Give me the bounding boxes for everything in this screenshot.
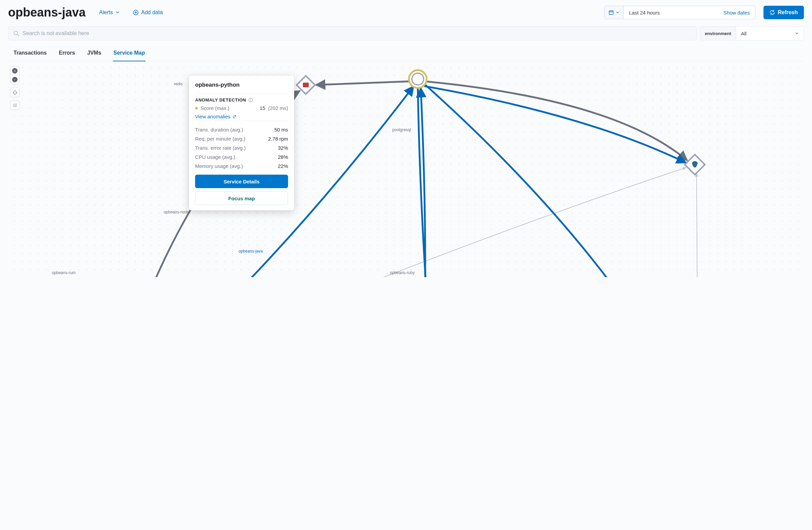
view-anomalies-link[interactable]: View anomalies	[195, 114, 236, 119]
refresh-icon	[770, 10, 775, 15]
chevron-down-icon	[795, 31, 799, 36]
chevron-down-icon	[116, 11, 120, 14]
tab-errors[interactable]: Errors	[58, 46, 76, 61]
metric-row: CPU usage (avg.)28%	[195, 152, 288, 162]
tabs: Transactions Errors JVMs Service Map	[8, 46, 804, 61]
focus-map-button[interactable]: Focus map	[195, 192, 288, 205]
external-link-icon	[232, 115, 236, 119]
node-opbeans-python[interactable]	[409, 70, 426, 88]
svg-point-7	[13, 105, 14, 106]
alerts-dropdown[interactable]: Alerts	[96, 8, 122, 17]
calendar-button[interactable]	[605, 6, 624, 19]
tab-service-map[interactable]: Service Map	[113, 46, 146, 61]
node-label-redis: redis	[174, 82, 183, 86]
alerts-label: Alerts	[99, 10, 113, 15]
score-sub: (202 ms)	[268, 105, 288, 111]
service-popover: opbeans-python ANOMALY DETECTION Score (…	[189, 75, 294, 210]
show-dates-link[interactable]: Show dates	[718, 6, 755, 19]
plus-circle-icon	[133, 10, 139, 15]
add-data-button[interactable]: Add data	[130, 8, 165, 17]
calendar-icon	[609, 10, 614, 15]
metric-row: Memory usage (avg.)22%	[195, 162, 288, 171]
svg-point-5	[14, 103, 15, 104]
svg-rect-1	[609, 11, 613, 14]
metric-row: Req. per minute (avg.)2.78 rpm	[195, 134, 288, 143]
service-map[interactable]: ＋ －	[8, 61, 804, 277]
svg-point-4	[13, 103, 14, 104]
zoom-out-button[interactable]: －	[11, 75, 19, 84]
search-icon	[13, 30, 19, 37]
anomaly-section-head: ANOMALY DETECTION	[195, 97, 246, 102]
svg-point-9	[16, 105, 16, 106]
popover-title: opbeans-python	[195, 82, 288, 92]
tab-jvms[interactable]: JVMs	[87, 46, 102, 61]
grid-layout-button[interactable]	[11, 101, 19, 110]
node-label-opbeans-ruby: opbeans-ruby	[390, 270, 415, 275]
svg-rect-31	[250, 100, 251, 101]
search-placeholder: Search is not available here	[23, 30, 89, 37]
node-label-opbeans-java: opbeans-java	[238, 249, 263, 253]
svg-rect-14	[303, 83, 309, 87]
graph-svg: JS	[8, 61, 804, 277]
search-input: Search is not available here	[8, 26, 697, 40]
refresh-button[interactable]: Refresh	[764, 6, 804, 19]
svg-point-11	[14, 106, 15, 107]
svg-point-3	[13, 91, 16, 94]
node-label-opbeans-rum: opbeans-rum	[52, 270, 76, 275]
svg-point-12	[16, 106, 16, 107]
environment-label: environment	[700, 27, 736, 40]
score-label: Score (max.)	[201, 105, 230, 111]
score-value: 15	[260, 105, 265, 111]
date-range-picker: Last 24 hours Show dates	[604, 6, 755, 19]
svg-point-10	[13, 106, 14, 107]
chevron-down-icon	[616, 11, 619, 14]
node-label-postgresql: postgresql	[392, 127, 411, 132]
refresh-label: Refresh	[778, 10, 798, 15]
zoom-in-button[interactable]: ＋	[11, 66, 19, 75]
date-range-text[interactable]: Last 24 hours	[624, 6, 718, 19]
add-data-label: Add data	[141, 10, 163, 15]
node-label-opbeans-node: opbeans-node	[164, 210, 190, 214]
grid-icon	[13, 103, 17, 108]
tab-transactions[interactable]: Transactions	[13, 46, 47, 61]
service-details-button[interactable]: Service Details	[195, 175, 288, 188]
node-postgresql[interactable]	[685, 154, 705, 174]
metric-row: Trans. duration (avg.)50 ms	[195, 125, 288, 134]
svg-point-2	[14, 31, 17, 35]
environment-value: All	[741, 31, 746, 37]
info-icon[interactable]	[248, 98, 253, 102]
svg-point-6	[16, 103, 16, 104]
svg-point-8	[14, 105, 15, 106]
svg-point-16	[412, 73, 423, 85]
metric-row: Trans. error rate (avg.)32%	[195, 143, 288, 152]
center-button[interactable]	[11, 88, 19, 97]
environment-select[interactable]: All	[736, 27, 803, 40]
score-severity-dot	[195, 107, 198, 110]
crosshair-icon	[13, 90, 17, 95]
page-title: opbeans-java	[8, 5, 86, 19]
svg-point-30	[250, 99, 251, 99]
